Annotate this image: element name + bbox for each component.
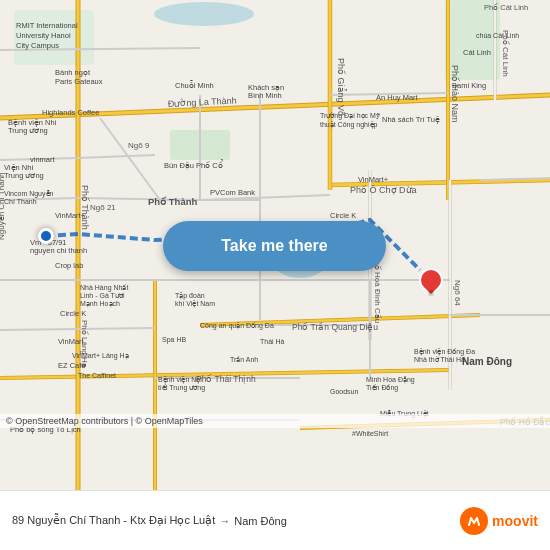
route-arrow: → <box>219 515 230 527</box>
take-me-there-button[interactable]: Take me there <box>163 221 386 271</box>
moovit-icon <box>460 507 488 535</box>
destination-marker <box>420 268 442 296</box>
route-info: 89 Nguyễn Chí Thanh - Ktx Đại Học Luật →… <box>12 514 460 527</box>
map-container: Đường La Thành Phố Láng Hạ Phố Hoà Đình … <box>0 0 550 490</box>
moovit-text: moovit <box>492 513 538 529</box>
route-to: Nam Đông <box>234 515 287 527</box>
origin-marker <box>38 228 54 244</box>
bottom-bar: 89 Nguyễn Chí Thanh - Ktx Đại Học Luật →… <box>0 490 550 550</box>
map-attribution: © OpenStreetMap contributors | © OpenMap… <box>0 414 550 428</box>
route-from: 89 Nguyễn Chí Thanh - Ktx Đại Học Luật <box>12 514 215 527</box>
moovit-logo: moovit <box>460 507 538 535</box>
